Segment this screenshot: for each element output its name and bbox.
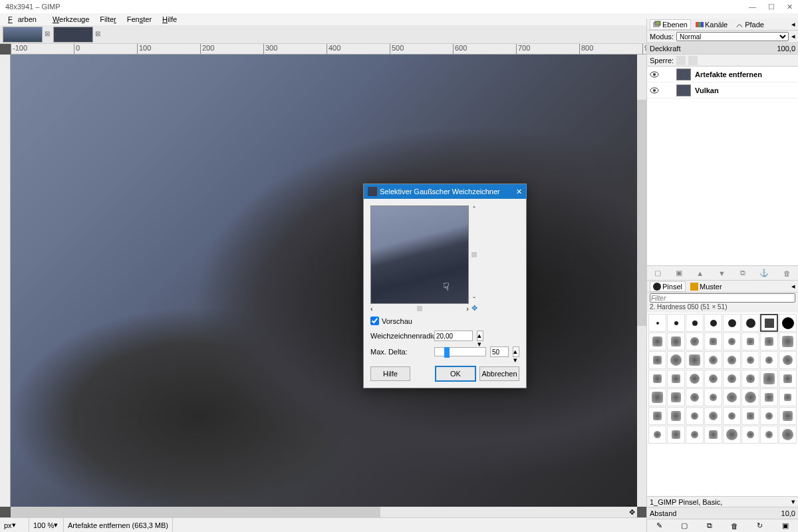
close-tab-icon[interactable]: ⊠ [95,30,100,37]
brush-item[interactable] [686,370,704,388]
ruler-horizontal[interactable]: -100010020030040050060070080090010001100… [11,44,646,55]
brush-item[interactable] [648,426,666,444]
brush-item[interactable] [704,407,722,425]
brush-item[interactable] [760,388,778,406]
new-layer-icon[interactable]: ▢ [654,269,661,277]
brush-item[interactable] [741,388,759,406]
brush-item[interactable] [704,332,722,350]
scrollbar-vertical[interactable] [637,55,646,507]
brush-item[interactable] [741,407,759,425]
help-button[interactable]: Hilfe [370,366,410,381]
anchor-layer-icon[interactable]: ⚓ [759,269,769,277]
tab-brushes[interactable]: Pinsel [650,281,686,292]
layer-group-icon[interactable]: ▣ [676,269,682,277]
brush-item[interactable] [779,426,797,444]
radius-input[interactable] [434,331,473,341]
brush-item[interactable] [723,314,741,332]
brush-spacing-row[interactable]: Abstand 10,0 [647,507,798,519]
brush-item[interactable] [741,332,759,350]
brush-item[interactable] [760,426,778,444]
delta-spinner[interactable]: ▴▾ [513,346,519,357]
edit-brush-icon[interactable]: ✎ [656,521,662,530]
tab-channels[interactable]: Kanäle [692,19,731,30]
visibility-icon[interactable] [650,86,659,95]
brush-item[interactable] [686,407,704,425]
scrollbar-thumb[interactable] [637,100,646,326]
brush-item[interactable] [741,314,759,332]
brush-item[interactable] [704,426,722,444]
brush-item[interactable] [760,332,778,350]
brush-item[interactable] [704,370,722,388]
brush-item[interactable] [667,407,685,425]
visibility-icon[interactable] [650,70,659,79]
opacity-row[interactable]: Deckkraft 100,0 [647,43,798,55]
layer-row[interactable]: Vulkan [647,82,798,98]
zoom-selector[interactable]: 100 %▾ [29,518,64,532]
brush-item[interactable] [667,370,685,388]
brush-item[interactable] [723,426,741,444]
brush-item[interactable] [779,388,797,406]
brush-item[interactable] [686,314,704,332]
tab-patterns[interactable]: Muster [687,281,726,292]
menu-fenster[interactable]: Fenster [122,14,157,25]
brush-item[interactable] [648,388,666,406]
ok-button[interactable]: OK [436,366,475,381]
brush-item[interactable] [723,388,741,406]
brush-item[interactable] [760,314,778,332]
close-tab-icon[interactable]: ⊠ [45,30,50,37]
slider-thumb[interactable] [444,347,450,358]
preview-scroll-h[interactable]: ‹› [370,305,469,313]
brush-item[interactable] [741,426,759,444]
menu-farben[interactable]: Farben [3,14,47,25]
navigation-icon[interactable]: ✥ [626,507,637,517]
new-brush-icon[interactable]: ▢ [681,521,688,530]
brush-item[interactable] [741,370,759,388]
brush-item[interactable] [779,314,797,332]
brush-item[interactable] [760,407,778,425]
tab-layers[interactable]: Ebenen [650,19,691,30]
brush-item[interactable] [667,332,685,350]
scrollbar-horizontal[interactable] [11,507,626,517]
brush-item[interactable] [648,332,666,350]
brush-item[interactable] [667,388,685,406]
refresh-brush-icon[interactable]: ↻ [757,521,763,530]
image-tab-1[interactable]: ⊠ [3,27,43,43]
brush-item[interactable] [723,351,741,369]
brush-item[interactable] [723,407,741,425]
delta-input[interactable] [490,346,509,357]
brush-item[interactable] [741,351,759,369]
brush-item[interactable] [686,388,704,406]
preview-image[interactable]: ☟ [370,205,469,304]
delete-brush-icon[interactable]: 🗑 [731,522,738,530]
radius-spinner[interactable]: ▴▾ [477,331,483,341]
cancel-button[interactable]: Abbrechen [479,366,519,381]
layer-row[interactable]: Artefakte entfernen [647,66,798,82]
brush-item[interactable] [667,426,685,444]
brush-item[interactable] [667,351,685,369]
minimize-icon[interactable]: — [749,3,756,11]
brush-item[interactable] [667,314,685,332]
menu-hilfe[interactable]: Hilfe [157,14,182,25]
duplicate-layer-icon[interactable]: ⧉ [740,269,745,277]
brush-item[interactable] [648,370,666,388]
brush-item[interactable] [779,407,797,425]
brush-item[interactable] [686,351,704,369]
brush-item[interactable] [686,426,704,444]
preview-scroll-v[interactable]: ˆˇ [470,205,478,304]
brush-item[interactable] [779,370,797,388]
brush-item[interactable] [704,351,722,369]
brush-as-image-icon[interactable]: ▣ [782,521,789,530]
lock-alpha-icon[interactable] [688,56,698,65]
raise-layer-icon[interactable]: ▲ [696,269,704,277]
scrollbar-thumb[interactable] [11,507,380,517]
dock-options-icon[interactable]: ◂ [791,32,795,41]
brush-item[interactable] [723,370,741,388]
brush-item[interactable] [779,332,797,350]
canvas[interactable] [11,55,637,507]
lock-pixels-icon[interactable] [676,56,686,65]
brush-item[interactable] [760,351,778,369]
brush-item[interactable] [686,332,704,350]
brush-item[interactable] [648,314,666,332]
preview-nav-icon[interactable]: ✥ [470,304,478,312]
mode-select[interactable]: Normal [676,32,789,41]
